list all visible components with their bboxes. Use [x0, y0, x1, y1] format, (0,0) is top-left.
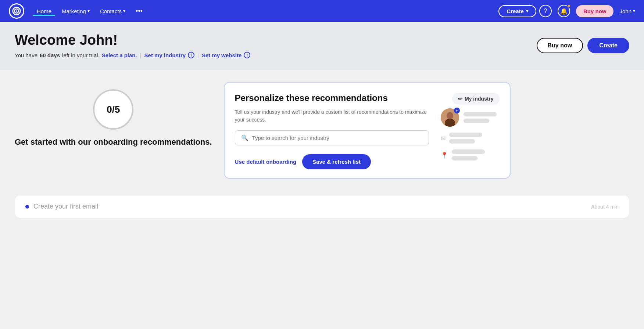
my-industry-button[interactable]: ✏ My industry	[452, 93, 500, 105]
task-time: About 4 min	[591, 204, 619, 210]
svg-point-2	[16, 10, 17, 12]
page-title: Welcome John!	[15, 32, 250, 48]
industry-search-bar[interactable]: 🔍	[235, 130, 429, 145]
question-mark-icon: ?	[544, 8, 547, 14]
progress-section: 0/5 Get started with our onboarding reco…	[15, 82, 212, 148]
nav-create-button[interactable]: Create ▾	[498, 5, 536, 17]
skeleton-email-line-2	[449, 139, 475, 144]
set-industry-link[interactable]: Set my industry	[144, 52, 186, 58]
avatar-add-icon: +	[454, 108, 460, 113]
save-refresh-button[interactable]: Save & refresh list	[302, 154, 371, 169]
trial-info: You have 60 days left in your trial. Sel…	[15, 52, 250, 58]
bell-icon: 🔔	[560, 8, 568, 15]
progress-label: Get started with our onboarding recommen…	[15, 137, 212, 148]
logo[interactable]	[9, 3, 24, 19]
svg-point-4	[447, 112, 453, 119]
main-content: 0/5 Get started with our onboarding reco…	[0, 70, 644, 191]
progress-value: 0/5	[107, 104, 120, 115]
task-left: Create your first email	[25, 203, 98, 210]
panel-subtitle: Tell us your industry and we'll provide …	[235, 108, 429, 124]
task-title: Create your first email	[33, 203, 98, 210]
contacts-chevron-icon: ▾	[123, 8, 125, 14]
notification-bell-wrap: 🔔	[558, 5, 570, 17]
panel-title: Personalize these recommendations	[235, 93, 388, 103]
avatar-wrap: +	[441, 108, 459, 127]
panel-title-group: Personalize these recommendations	[235, 93, 388, 103]
skeleton-email-line-1	[449, 133, 482, 137]
avatar-row: +	[441, 108, 497, 127]
skeleton-location-lines	[452, 149, 485, 160]
nav-more[interactable]: •••	[132, 6, 146, 17]
skeleton-location-line-1	[452, 149, 485, 154]
hero-left: Welcome John! You have 60 days left in y…	[15, 32, 250, 58]
panel-main: Tell us your industry and we'll provide …	[235, 108, 429, 169]
create-hero-button[interactable]: Create	[587, 38, 629, 53]
use-default-button[interactable]: Use default onboarding	[235, 159, 297, 165]
hero-right: Buy now Create	[537, 38, 629, 53]
marketing-chevron-icon: ▾	[87, 8, 90, 14]
nav-right-controls: ? 🔔 Buy now John ▾	[539, 5, 635, 17]
edit-icon: ✏	[458, 96, 462, 102]
buy-now-hero-button[interactable]: Buy now	[537, 38, 583, 53]
nav-marketing[interactable]: Marketing ▾	[58, 7, 93, 16]
help-button[interactable]: ?	[539, 5, 552, 17]
nav-contacts[interactable]: Contacts ▾	[96, 7, 129, 16]
progress-circle: 0/5	[93, 89, 133, 130]
select-plan-link[interactable]: Select a plan.	[102, 52, 137, 58]
panel-right-visual: + ✉ 📍	[441, 108, 500, 169]
skeleton-email-lines	[449, 133, 482, 144]
skeleton-name-lines	[464, 112, 497, 123]
buy-now-nav-button[interactable]: Buy now	[576, 5, 614, 17]
email-icon: ✉	[441, 135, 446, 142]
user-chevron-icon: ▾	[633, 8, 635, 14]
navbar: Home Marketing ▾ Contacts ▾ ••• Create ▾…	[0, 0, 644, 22]
task-dot-icon	[25, 205, 29, 209]
industry-info-icon[interactable]: i	[188, 52, 194, 58]
skeleton-email-row: ✉	[441, 133, 482, 144]
location-icon: 📍	[441, 152, 448, 159]
panel-header: Personalize these recommendations ✏ My i…	[235, 93, 500, 105]
bottom-section: Create your first email About 4 min	[0, 195, 644, 230]
panel-actions: Use default onboarding Save & refresh li…	[235, 154, 429, 169]
skeleton-location-row: 📍	[441, 149, 485, 160]
skeleton-line-2	[464, 119, 489, 123]
user-menu[interactable]: John ▾	[619, 8, 635, 14]
nav-home[interactable]: Home	[33, 7, 55, 16]
create-chevron-icon: ▾	[526, 8, 528, 14]
first-task-card[interactable]: Create your first email About 4 min	[15, 195, 629, 218]
hero-banner: Welcome John! You have 60 days left in y…	[0, 22, 644, 70]
search-icon: 🔍	[241, 134, 248, 141]
skeleton-location-line-2	[452, 156, 477, 160]
website-info-icon[interactable]: i	[244, 52, 250, 58]
panel-body: Tell us your industry and we'll provide …	[235, 108, 500, 169]
notification-dot	[567, 4, 571, 8]
personalize-panel: Personalize these recommendations ✏ My i…	[224, 82, 511, 179]
skeleton-line-1	[464, 112, 497, 116]
set-website-link[interactable]: Set my website	[202, 52, 242, 58]
industry-search-input[interactable]	[252, 135, 423, 141]
